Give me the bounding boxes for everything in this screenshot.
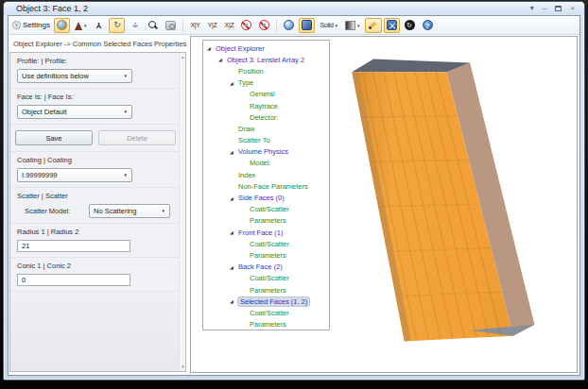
window-content: ∨ Settings ▾Y↻↔↕X|YY|ZX|ZSolid▾▾↻? Objec… — [8, 15, 580, 376]
tree-item-label: Model: — [250, 159, 271, 167]
settings-label: Settings — [23, 21, 50, 29]
tree-item-front-face-1[interactable]: ◢Front Face (1) — [203, 227, 329, 238]
tree-item-draw[interactable]: Draw — [203, 123, 329, 134]
axes-icon: Y — [94, 20, 104, 30]
title-bar[interactable]: Object 3: Face 1, 2 ▾ – × — [4, 2, 584, 14]
reset-view-button[interactable]: ↻ — [402, 18, 418, 33]
tree-expanded-icon[interactable]: ◢ — [230, 264, 238, 270]
view-xz-button[interactable]: X|Z — [222, 18, 237, 33]
tree-item-coat-scatter[interactable]: Coat/Scatter — [203, 307, 329, 318]
tree-expanded-icon[interactable]: ◢ — [230, 298, 238, 304]
tree-item-raytrace[interactable]: Raytrace — [203, 100, 329, 111]
dropdown-caret-icon: ▾ — [357, 23, 360, 28]
tree-item-volume-physics[interactable]: ◢Volume Physics — [203, 146, 329, 158]
scatter-model-select[interactable]: No Scattering▼ — [89, 204, 170, 218]
scroll-up-icon[interactable]: ▲ — [180, 55, 186, 59]
pan-button[interactable]: ↔↕ — [127, 18, 143, 33]
tree-item-label: Parameters — [250, 320, 286, 329]
tree-expanded-icon[interactable]: ◢ — [230, 195, 238, 201]
no-spin-2-button[interactable] — [256, 18, 272, 33]
zoom-window-button[interactable] — [163, 18, 179, 33]
sphere-orange-icon — [57, 20, 67, 30]
window-controls: ▾ – × — [530, 4, 575, 12]
profile-select[interactable]: Use definitions below▼ — [17, 69, 132, 83]
axes-button[interactable]: Y — [91, 18, 107, 33]
tree-item-side-faces-0[interactable]: ◢Side Faces (0) — [203, 192, 329, 203]
tree-item-parameters[interactable]: Parameters — [203, 319, 329, 330]
properties-scrollbar[interactable]: ▲ ▼ — [179, 53, 185, 371]
tree-item-label: Non-Face Parameters — [238, 182, 308, 191]
no-spin-1-button[interactable] — [238, 18, 254, 33]
opacity-button[interactable]: ▾ — [342, 18, 363, 33]
tree-item-label: Parameters — [250, 216, 286, 225]
scroll-down-icon[interactable]: ▼ — [180, 364, 186, 369]
pan-arrows-icon: ↔↕ — [130, 20, 140, 30]
tree-item-scatter-to[interactable]: Scatter To — [203, 135, 329, 146]
globe-button[interactable] — [281, 18, 297, 33]
radius-input[interactable]: 21 — [17, 240, 130, 252]
toolbar: ∨ Settings ▾Y↻↔↕X|YY|ZX|ZSolid▾▾↻? — [9, 16, 579, 35]
scatter-model-label: Scatter Model: — [25, 207, 70, 215]
minimize-button[interactable]: – — [543, 4, 546, 12]
chevron-down-icon: ∨ — [12, 21, 21, 29]
solid-mode-label: Solid — [320, 22, 333, 28]
shaded-model-button[interactable] — [54, 18, 70, 33]
view-xy-button[interactable]: X|Y — [187, 18, 202, 33]
tree-item-index[interactable]: Index — [203, 169, 329, 180]
tree-item-back-face-2[interactable]: ◢Back Face (2) — [203, 262, 329, 273]
tree-expanded-icon[interactable]: ◢ — [230, 229, 238, 235]
reset-circle-icon: ↻ — [405, 20, 415, 30]
tree-item-label: Object 3: Lenslet Array 2 — [227, 56, 304, 64]
close-button[interactable]: × — [570, 4, 575, 12]
tree-item-model[interactable]: Model: — [203, 158, 329, 169]
tree-item-parameters[interactable]: Parameters — [203, 284, 329, 296]
object-explorer-tree: ◢Object Explorer◢Object 3: Lenslet Array… — [202, 40, 330, 330]
tree-item-label: Index — [238, 171, 255, 179]
tree-item-general[interactable]: General — [203, 89, 329, 100]
coating-section: Coating | CoatingI.99999999▼ — [10, 152, 185, 188]
prohibit-icon — [241, 20, 251, 30]
tree-item-coat-scatter[interactable]: Coat/Scatter — [203, 238, 329, 249]
tree-item-coat-scatter[interactable]: Coat/Scatter — [203, 273, 329, 284]
face-is-select[interactable]: Object Default▼ — [17, 105, 132, 119]
toolbar-separator — [276, 19, 277, 32]
tree-expanded-icon[interactable]: ◢ — [230, 149, 238, 155]
panel-filler — [10, 292, 185, 371]
tree-item-object-3-lenslet-array-2[interactable]: ◢Object 3: Lenslet Array 2 — [203, 54, 329, 65]
rotate-button[interactable]: ↻ — [109, 18, 125, 33]
tree-item-position[interactable]: Position — [203, 65, 329, 76]
tree-item-type[interactable]: ◢Type — [203, 77, 329, 89]
fit-arrows-icon — [387, 20, 397, 30]
tree-expanded-icon[interactable]: ◢ — [207, 45, 216, 51]
radius-label: Radius 1 | Radius 2 — [17, 228, 170, 236]
zoom-button[interactable] — [145, 18, 161, 33]
camera-frame-icon — [165, 21, 176, 30]
solid-mode-button[interactable]: Solid▾ — [317, 18, 340, 33]
profile-label: Profile: | Profile: — [17, 57, 170, 65]
tree-expanded-icon[interactable]: ◢ — [230, 80, 238, 86]
pen-button[interactable] — [365, 18, 382, 33]
help-button[interactable]: ? — [420, 18, 436, 33]
scatter-model-value: No Scattering — [94, 207, 136, 215]
save-button[interactable]: Save — [15, 130, 93, 145]
view-orientation-button[interactable]: ▾ — [72, 18, 90, 33]
cube-button[interactable] — [299, 18, 315, 33]
settings-expander[interactable]: ∨ Settings — [12, 21, 50, 29]
shaded-model-panel: ◢Object Explorer◢Object 3: Lenslet Array… — [190, 36, 578, 373]
conic-input[interactable]: 0 — [17, 274, 130, 286]
tree-item-parameters[interactable]: Parameters — [203, 249, 329, 261]
profile-section: Profile: | Profile:Use definitions below… — [10, 53, 185, 89]
tree-item-coat-scatter[interactable]: Coat/Scatter — [203, 204, 329, 215]
tree-item-non-face-parameters[interactable]: Non-Face Parameters — [203, 180, 329, 192]
tree-item-object-explorer[interactable]: ◢Object Explorer — [203, 42, 329, 54]
tree-item-detector[interactable]: Detector: — [203, 111, 329, 123]
view-yz-button[interactable]: Y|Z — [205, 18, 220, 33]
coating-select[interactable]: I.99999999▼ — [17, 168, 132, 182]
combo-arrow-icon: ▼ — [124, 74, 128, 78]
fit-window-button[interactable] — [384, 18, 400, 33]
tree-item-parameters[interactable]: Parameters — [203, 215, 329, 227]
tree-item-selected-faces-1-2[interactable]: ◢Selected Faces (1, 2) — [203, 296, 329, 307]
tree-expanded-icon[interactable]: ◢ — [218, 57, 227, 62]
maximize-icon[interactable] — [555, 6, 562, 11]
window-menu-button[interactable]: ▾ — [530, 4, 534, 12]
